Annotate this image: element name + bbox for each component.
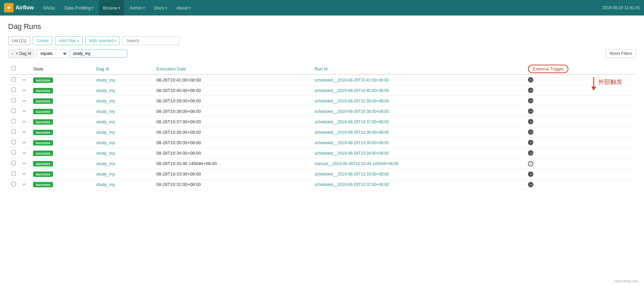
nav-item-admin[interactable]: Admin ▾ bbox=[125, 0, 149, 15]
external-trigger-true-icon-8: ✓ bbox=[528, 161, 533, 166]
execution-date-10: 08-28T10:32:00+08:00 bbox=[153, 179, 311, 190]
row-checkbox-1[interactable] bbox=[11, 88, 16, 92]
external-trigger-false-icon-6: − bbox=[528, 140, 533, 145]
external-trigger-false-icon-5: − bbox=[528, 129, 533, 135]
row-checkbox-10[interactable] bbox=[11, 182, 16, 186]
nav-item-dags[interactable]: DAGs bbox=[39, 0, 59, 15]
add-filter-caret-icon: ▾ bbox=[77, 39, 79, 43]
edit-icon-6[interactable]: ✏ bbox=[23, 140, 26, 145]
external-trigger-false-icon-10: − bbox=[528, 182, 533, 187]
dag-id-link-5[interactable]: study_my bbox=[96, 130, 115, 135]
nav-label-about: About bbox=[176, 5, 188, 10]
annotation-arrow-icon bbox=[591, 77, 597, 91]
filter-close-icon[interactable]: × bbox=[11, 51, 14, 56]
edit-icon-5[interactable]: ✏ bbox=[23, 130, 26, 135]
run-id-link-4[interactable]: scheduled__2019-08-28T10:37:00+08:00 bbox=[314, 120, 389, 124]
table-header-row: State Dag Id Execution Date Run Id Exter… bbox=[8, 63, 636, 74]
status-badge-7: success bbox=[33, 151, 53, 156]
dag-id-link-1[interactable]: study_my bbox=[96, 88, 115, 93]
execution-date-1: 08-28T10:40:00+08:00 bbox=[153, 85, 311, 96]
dag-id-link-4[interactable]: study_my bbox=[96, 119, 115, 124]
row-checkbox-4[interactable] bbox=[11, 119, 16, 123]
nav-item-data-profiling[interactable]: Data Profiling ▾ bbox=[60, 0, 97, 15]
row-checkbox-8[interactable] bbox=[11, 161, 16, 165]
table-row: ✏successstudy_my08-28T10:39:00+08:00sche… bbox=[8, 96, 636, 106]
nav-item-about[interactable]: About ▾ bbox=[172, 0, 195, 15]
edit-icon-10[interactable]: ✏ bbox=[23, 182, 26, 187]
add-filter-button[interactable]: Add Filter ▾ bbox=[55, 36, 83, 45]
reset-filters-button[interactable]: Reset Filters bbox=[606, 49, 636, 58]
run-id-link-3[interactable]: scheduled__2019-08-28T10:38:00+08:00 bbox=[314, 109, 389, 114]
external-trigger-false-icon-2: − bbox=[528, 98, 533, 103]
run-id-link-0[interactable]: scheduled__2019-08-28T10:41:00+08:00 bbox=[314, 78, 389, 83]
dag-id-link-3[interactable]: study_my bbox=[96, 109, 115, 114]
svg-marker-1 bbox=[591, 87, 596, 91]
page-title: Dag Runs bbox=[8, 22, 636, 31]
dag-id-link-9[interactable]: study_my bbox=[96, 171, 115, 177]
filter-tag-dag-id: × × Dag Id bbox=[8, 50, 34, 58]
edit-icon-4[interactable]: ✏ bbox=[23, 119, 26, 124]
status-badge-3: success bbox=[33, 109, 53, 114]
edit-icon-7[interactable]: ✏ bbox=[23, 151, 26, 156]
execution-date-8: 08-28T10:33:46.145646+08:00 bbox=[153, 158, 311, 169]
with-selected-button[interactable]: With selected ▾ bbox=[85, 36, 120, 45]
nav-label-browse: Browse bbox=[103, 5, 117, 10]
row-checkbox-2[interactable] bbox=[11, 98, 16, 102]
dag-id-link-6[interactable]: study_my bbox=[96, 140, 115, 145]
filter-value-input[interactable] bbox=[70, 50, 127, 58]
run-id-link-2[interactable]: scheduled__2019-08-28T10:39:00+08:00 bbox=[314, 99, 389, 103]
run-id-link-9[interactable]: scheduled__2019-08-28T10:33:00+08:00 bbox=[314, 172, 389, 177]
dag-id-link-10[interactable]: study_my bbox=[96, 182, 115, 187]
run-id-link-8[interactable]: manual__2019-08-28T10:33:46.145646+08:00 bbox=[314, 161, 398, 166]
execution-date-6: 08-28T10:35:00+08:00 bbox=[153, 137, 311, 148]
dag-id-link-8[interactable]: study_my bbox=[96, 161, 115, 166]
edit-icon-2[interactable]: ✏ bbox=[23, 98, 26, 103]
edit-icon-9[interactable]: ✏ bbox=[23, 171, 26, 177]
status-badge-4: success bbox=[33, 119, 53, 125]
status-badge-10: success bbox=[33, 182, 53, 187]
run-id-link-7[interactable]: scheduled__2019-08-28T10:34:00+08:00 bbox=[314, 151, 389, 156]
status-badge-6: success bbox=[33, 140, 53, 146]
list-button[interactable]: List (11) bbox=[8, 36, 30, 45]
row-checkbox-9[interactable] bbox=[11, 171, 16, 176]
edit-icon-8[interactable]: ✏ bbox=[23, 161, 26, 166]
row-checkbox-3[interactable] bbox=[11, 108, 16, 113]
navbar: ✈ Airflow DAGs Data Profiling ▾ Browse ▾… bbox=[0, 0, 644, 15]
row-checkbox-0[interactable] bbox=[11, 77, 16, 82]
admin-caret-icon: ▾ bbox=[143, 6, 145, 10]
brand[interactable]: ✈ Airflow bbox=[4, 3, 34, 12]
row-checkbox-7[interactable] bbox=[11, 150, 16, 155]
toolbar: List (11) Create Add Filter ▾ With selec… bbox=[8, 36, 636, 45]
th-state: State bbox=[30, 63, 93, 74]
edit-icon-3[interactable]: ✏ bbox=[23, 109, 26, 114]
th-run-id[interactable]: Run Id bbox=[311, 63, 525, 74]
nav-item-browse[interactable]: Browse ▾ bbox=[99, 0, 124, 15]
row-checkbox-6[interactable] bbox=[11, 140, 16, 144]
edit-icon-0[interactable]: ✏ bbox=[23, 77, 26, 83]
nav-item-docs[interactable]: Docs ▾ bbox=[150, 0, 171, 15]
run-id-link-10[interactable]: scheduled__2019-08-28T10:32:00+08:00 bbox=[314, 182, 389, 187]
th-select-all bbox=[8, 63, 19, 74]
row-checkbox-5[interactable] bbox=[11, 129, 16, 134]
nav-label-dags: DAGs bbox=[43, 5, 55, 10]
filter-operator-select[interactable]: equals not equals contains starts with e… bbox=[36, 49, 68, 58]
execution-date-9: 08-28T10:33:00+08:00 bbox=[153, 169, 311, 179]
edit-icon-1[interactable]: ✏ bbox=[23, 88, 26, 93]
create-button[interactable]: Create bbox=[33, 36, 52, 45]
select-all-checkbox[interactable] bbox=[11, 66, 16, 70]
run-id-link-1[interactable]: scheduled__2019-08-28T10:40:00+08:00 bbox=[314, 88, 389, 93]
dag-id-link-2[interactable]: study_my bbox=[96, 98, 115, 103]
table-row: ✏successstudy_my08-28T10:36:00+08:00sche… bbox=[8, 127, 636, 137]
status-badge-2: success bbox=[33, 98, 53, 104]
run-id-link-5[interactable]: scheduled__2019-08-28T10:36:00+08:00 bbox=[314, 130, 389, 135]
navbar-left: ✈ Airflow DAGs Data Profiling ▾ Browse ▾… bbox=[4, 0, 195, 15]
dag-id-link-7[interactable]: study_my bbox=[96, 151, 115, 156]
dag-id-link-0[interactable]: study_my bbox=[96, 77, 115, 83]
search-input[interactable] bbox=[122, 36, 180, 45]
about-caret-icon: ▾ bbox=[189, 6, 191, 10]
th-execution-date[interactable]: Execution Date bbox=[153, 63, 311, 74]
table-row: ✏successstudy_my08-28T10:38:00+08:00sche… bbox=[8, 106, 636, 117]
th-dag-id[interactable]: Dag Id bbox=[93, 63, 153, 74]
with-selected-label: With selected bbox=[89, 38, 113, 43]
run-id-link-6[interactable]: scheduled__2019-08-28T10:35:00+08:00 bbox=[314, 140, 389, 145]
